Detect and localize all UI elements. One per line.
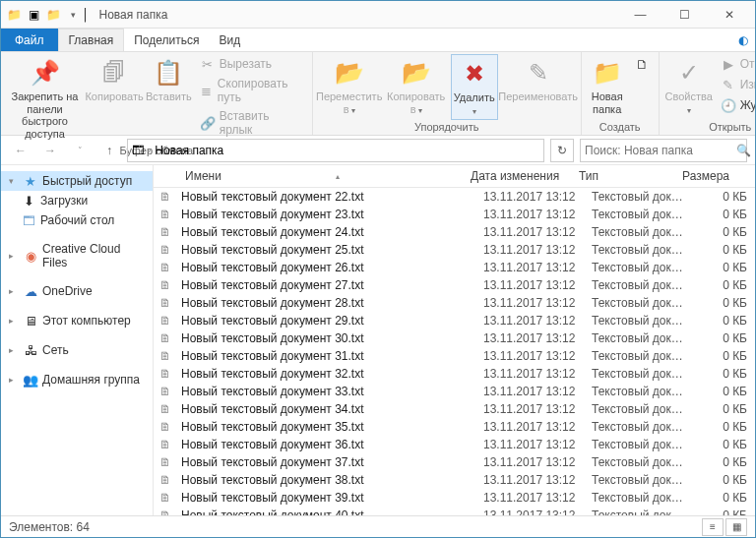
file-name: Новый текстовый документ 28.txt [177, 295, 479, 311]
col-header-type[interactable]: Тип [571, 165, 674, 187]
view-details-button[interactable]: ≡ [702, 518, 724, 536]
sidebar-item-ccfiles[interactable]: ▸◉Creative Cloud Files [1, 240, 153, 271]
ribbon-tabs: Файл Главная Поделиться Вид ◐ [1, 29, 755, 52]
breadcrumb-folder[interactable]: Новая папка [155, 144, 223, 157]
back-button[interactable]: ← [9, 139, 32, 162]
tab-share[interactable]: Поделиться [124, 29, 209, 51]
file-icon: 🗎 [154, 296, 177, 310]
qat-newfolder-icon[interactable]: 📁 [44, 6, 62, 24]
file-row[interactable]: 🗎Новый текстовый документ 24.txt13.11.20… [154, 223, 755, 241]
file-row[interactable]: 🗎Новый текстовый документ 38.txt13.11.20… [154, 471, 755, 489]
pastelink-button[interactable]: 🔗Вставить ярлык [196, 107, 308, 139]
file-type: Текстовый докум... [588, 384, 691, 399]
tab-file[interactable]: Файл [1, 29, 58, 51]
cut-button[interactable]: ✂Вырезать [196, 54, 308, 74]
open-button[interactable]: ▶Открыть [717, 54, 756, 74]
file-icon: 🗎 [154, 420, 177, 434]
view-large-button[interactable]: ▦ [725, 518, 747, 536]
file-row[interactable]: 🗎Новый текстовый документ 34.txt13.11.20… [154, 400, 755, 418]
file-name: Новый текстовый документ 25.txt [177, 242, 479, 258]
file-name: Новый текстовый документ 27.txt [177, 277, 479, 293]
file-icon: 🗎 [154, 438, 177, 451]
sidebar-item-homegroup[interactable]: ▸👥Домашняя группа [1, 370, 153, 389]
file-row[interactable]: 🗎Новый текстовый документ 31.txt13.11.20… [154, 347, 755, 365]
file-row[interactable]: 🗎Новый текстовый документ 25.txt13.11.20… [154, 241, 755, 259]
forward-button[interactable]: → [38, 139, 62, 162]
delete-button[interactable]: ✖Удалить [451, 54, 498, 120]
copyto-icon: 📂 [401, 57, 432, 89]
star-icon: ★ [23, 173, 38, 189]
copy-button[interactable]: 🗐 Копировать [87, 54, 142, 106]
file-row[interactable]: 🗎Новый текстовый документ 22.txt13.11.20… [154, 188, 755, 206]
file-row[interactable]: 🗎Новый текстовый документ 23.txt13.11.20… [154, 206, 755, 223]
properties-button[interactable]: ✓Свойства [663, 54, 715, 118]
search-box[interactable]: 🔍 [580, 139, 747, 162]
tab-home[interactable]: Главная [58, 29, 125, 51]
file-type: Текстовый докум... [588, 472, 691, 488]
up-button[interactable]: ↑ [97, 139, 121, 162]
help-icon[interactable]: ◐ [731, 29, 755, 51]
col-header-name[interactable]: Имени▴ [177, 165, 463, 187]
newfolder-button[interactable]: 📁Новая папка [586, 54, 629, 118]
file-size: 0 КБ [691, 384, 755, 399]
file-row[interactable]: 🗎Новый текстовый документ 29.txt13.11.20… [154, 312, 755, 329]
file-size: 0 КБ [691, 472, 755, 488]
file-date: 13.11.2017 13:12 [479, 260, 588, 275]
file-size: 0 КБ [691, 313, 755, 329]
file-size: 0 КБ [691, 437, 755, 452]
file-row[interactable]: 🗎Новый текстовый документ 35.txt13.11.20… [154, 418, 755, 436]
file-row[interactable]: 🗎Новый текстовый документ 40.txt13.11.20… [154, 507, 755, 515]
thispc-icon: 🖥 [23, 313, 38, 329]
col-header-date[interactable]: Дата изменения [463, 165, 571, 187]
file-row[interactable]: 🗎Новый текстовый документ 33.txt13.11.20… [154, 383, 755, 400]
maximize-button[interactable]: ☐ [662, 1, 707, 29]
copyto-button[interactable]: 📂Копировать в [384, 54, 449, 118]
file-row[interactable]: 🗎Новый текстовый документ 28.txt13.11.20… [154, 294, 755, 312]
recent-button[interactable]: ˅ [68, 139, 92, 162]
file-icon: 🗎 [154, 190, 177, 204]
file-name: Новый текстовый документ 24.txt [177, 224, 479, 240]
file-icon: 🗎 [154, 491, 177, 505]
file-size: 0 КБ [691, 330, 755, 346]
pin-to-quickaccess-button[interactable]: 📌 Закрепить на панели быстрого доступа [5, 54, 85, 144]
cut-icon: ✂ [200, 56, 216, 72]
paste-button[interactable]: 📋 Вставить [144, 54, 194, 106]
sidebar-item-network[interactable]: ▸🖧Сеть [1, 340, 153, 360]
qat-properties-icon[interactable]: ▣ [25, 6, 42, 24]
file-type: Текстовый докум... [588, 224, 691, 240]
file-type: Текстовый докум... [588, 242, 691, 258]
file-row[interactable]: 🗎Новый текстовый документ 26.txt13.11.20… [154, 259, 755, 276]
close-button[interactable]: ✕ [707, 1, 751, 29]
breadcrumb[interactable]: 🗔 › Новая папка [127, 139, 544, 162]
tab-view[interactable]: Вид [209, 29, 250, 51]
file-row[interactable]: 🗎Новый текстовый документ 32.txt13.11.20… [154, 365, 755, 383]
file-date: 13.11.2017 13:12 [479, 437, 588, 452]
minimize-button[interactable]: — [618, 1, 662, 29]
file-row[interactable]: 🗎Новый текстовый документ 39.txt13.11.20… [154, 489, 755, 507]
rename-icon: ✎ [523, 57, 554, 89]
file-list[interactable]: 🗎Новый текстовый документ 22.txt13.11.20… [154, 188, 755, 515]
file-icon: 🗎 [154, 278, 177, 292]
col-header-size[interactable]: Размера [674, 165, 738, 187]
file-row[interactable]: 🗎Новый текстовый документ 27.txt13.11.20… [154, 276, 755, 294]
copypath-button[interactable]: ≣Скопировать путь [196, 75, 308, 106]
sidebar-item-desktop[interactable]: 🗔Рабочий стол [1, 210, 153, 230]
search-input[interactable] [585, 144, 732, 157]
file-date: 13.11.2017 13:12 [479, 508, 588, 515]
sidebar-item-thispc[interactable]: ▸🖥Этот компьютер [1, 311, 153, 330]
qat-dropdown-icon[interactable]: ▾ [64, 6, 82, 24]
file-row[interactable]: 🗎Новый текстовый документ 30.txt13.11.20… [154, 329, 755, 347]
sidebar-item-onedrive[interactable]: ▸☁OneDrive [1, 281, 153, 301]
history-icon: 🕘 [721, 97, 736, 113]
file-row[interactable]: 🗎Новый текстовый документ 36.txt13.11.20… [154, 436, 755, 453]
edit-button[interactable]: ✎Изменить [717, 75, 756, 94]
refresh-button[interactable]: ↻ [550, 139, 574, 162]
sidebar-item-quickaccess[interactable]: ▾★Быстрый доступ [1, 171, 153, 191]
moveto-button[interactable]: 📂Переместить в [317, 54, 382, 118]
rename-button[interactable]: ✎Переименовать [500, 54, 577, 106]
history-button[interactable]: 🕘Журнал [717, 95, 756, 115]
navigation-pane[interactable]: ▾★Быстрый доступ ⬇Загрузки 🗔Рабочий стол… [1, 165, 154, 515]
file-row[interactable]: 🗎Новый текстовый документ 37.txt13.11.20… [154, 453, 755, 471]
newitem-button[interactable]: 🗋 [631, 54, 655, 74]
sidebar-item-downloads[interactable]: ⬇Загрузки [1, 191, 153, 210]
